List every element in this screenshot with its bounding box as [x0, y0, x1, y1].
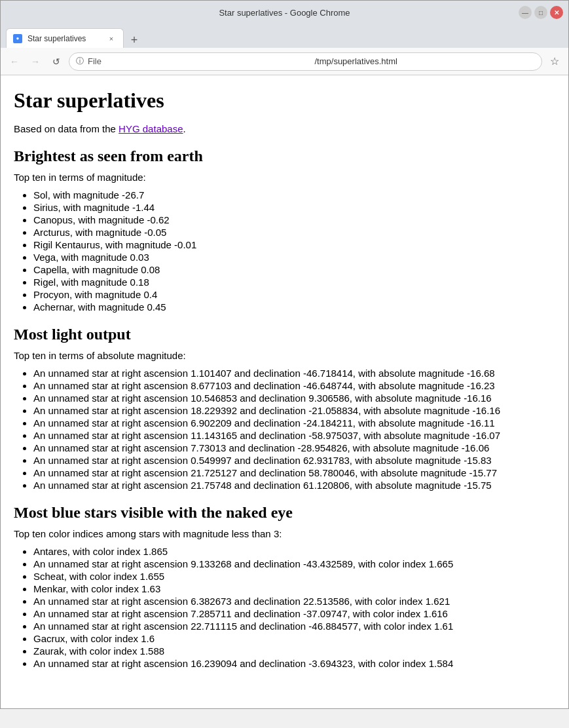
list-item: An unnamed star at right ascension 21.72…: [33, 467, 555, 478]
list-item: Capella, with magnitude 0.08: [33, 264, 555, 275]
list-item: Scheat, with color index 1.655: [33, 571, 555, 582]
new-tab-button[interactable]: +: [126, 32, 142, 48]
list-item: Rigel, with magnitude 0.18: [33, 277, 555, 288]
list-item: An unnamed star at right ascension 21.75…: [33, 480, 555, 491]
list-item: Antares, with color index 1.865: [33, 546, 555, 557]
section-most-blue-title: Most blue stars visible with the naked e…: [14, 504, 555, 522]
list-item: Canopus, with magnitude -0.62: [33, 214, 555, 225]
most-light-list: An unnamed star at right ascension 1.101…: [33, 368, 555, 491]
section-most-light-subtitle: Top ten in terms of absolute magnitude:: [14, 350, 555, 361]
back-button[interactable]: ←: [6, 53, 23, 70]
list-item: An unnamed star at right ascension 6.382…: [33, 596, 555, 607]
section-brightest-subtitle: Top ten in terms of magnitude:: [14, 172, 555, 183]
list-item: Sirius, with magnitude -1.44: [33, 202, 555, 213]
list-item: An unnamed star at right ascension 11.14…: [33, 430, 555, 441]
intro-end: .: [183, 123, 186, 134]
minimize-button[interactable]: —: [519, 6, 532, 19]
most-blue-list: Antares, with color index 1.865 An unnam…: [33, 546, 555, 669]
section-brightest: Brightest as seen from earth Top ten in …: [14, 147, 555, 313]
list-item: Achernar, with magnitude 0.45: [33, 301, 555, 313]
list-item: An unnamed star at right ascension 7.730…: [33, 442, 555, 453]
intro-text: Based on data from the: [14, 123, 119, 134]
list-item: An unnamed star at right ascension 16.23…: [33, 658, 555, 669]
list-item: Sol, with magnitude -26.7: [33, 189, 555, 201]
address-prefix: File: [88, 56, 308, 66]
section-most-blue-subtitle: Top ten color indices among stars with m…: [14, 528, 555, 539]
list-item: Gacrux, with color index 1.6: [33, 633, 555, 644]
list-item: Procyon, with magnitude 0.4: [33, 289, 555, 300]
list-item: Zaurak, with color index 1.588: [33, 645, 555, 657]
list-item: An unnamed star at right ascension 1.101…: [33, 368, 555, 379]
hyg-link[interactable]: HYG database: [119, 123, 183, 134]
section-most-light: Most light output Top ten in terms of ab…: [14, 326, 555, 491]
address-url: /tmp/superlatives.html: [315, 56, 536, 66]
address-info-icon: ⓘ: [76, 56, 84, 67]
intro-paragraph: Based on data from the HYG database.: [14, 123, 555, 134]
page-title: Star superlatives: [14, 88, 555, 113]
list-item: An unnamed star at right ascension 0.549…: [33, 455, 555, 466]
tab-close-button[interactable]: ×: [106, 33, 117, 44]
brightest-list: Sol, with magnitude -26.7 Sirius, with m…: [33, 189, 555, 313]
list-item: An unnamed star at right ascension 7.285…: [33, 608, 555, 619]
window-title: Star superlatives - Google Chrome: [219, 8, 350, 18]
list-item: An unnamed star at right ascension 10.54…: [33, 393, 555, 404]
active-tab[interactable]: ● Star superlatives ×: [6, 28, 124, 48]
tab-favicon: ●: [13, 34, 22, 43]
list-item: An unnamed star at right ascension 22.71…: [33, 621, 555, 632]
window-controls: — □ ✕: [519, 6, 563, 19]
reload-button[interactable]: ↺: [48, 53, 65, 70]
tab-bar: ● Star superlatives × +: [1, 24, 568, 48]
tab-label: Star superlatives: [28, 34, 101, 43]
forward-button[interactable]: →: [27, 53, 44, 70]
list-item: An unnamed star at right ascension 9.133…: [33, 558, 555, 569]
section-brightest-title: Brightest as seen from earth: [14, 147, 555, 165]
list-item: An unnamed star at right ascension 8.677…: [33, 380, 555, 391]
close-button[interactable]: ✕: [550, 6, 563, 19]
list-item: Menkar, with color index 1.63: [33, 583, 555, 594]
list-item: Rigil Kentaurus, with magnitude -0.01: [33, 239, 555, 250]
page-content: Star superlatives Based on data from the…: [1, 75, 568, 708]
list-item: An unnamed star at right ascension 6.902…: [33, 417, 555, 429]
bookmark-button[interactable]: ☆: [546, 53, 563, 70]
section-most-light-title: Most light output: [14, 326, 555, 343]
address-bar: ← → ↺ ⓘ File /tmp/superlatives.html ☆: [1, 48, 568, 75]
address-bar-input[interactable]: ⓘ File /tmp/superlatives.html: [69, 52, 542, 71]
maximize-button[interactable]: □: [534, 6, 547, 19]
section-most-blue: Most blue stars visible with the naked e…: [14, 504, 555, 669]
chrome-window: Star superlatives - Google Chrome — □ ✕ …: [0, 0, 569, 709]
list-item: Vega, with magnitude 0.03: [33, 252, 555, 263]
list-item: Arcturus, with magnitude -0.05: [33, 227, 555, 238]
title-bar: Star superlatives - Google Chrome — □ ✕: [1, 1, 568, 24]
list-item: An unnamed star at right ascension 18.22…: [33, 405, 555, 416]
